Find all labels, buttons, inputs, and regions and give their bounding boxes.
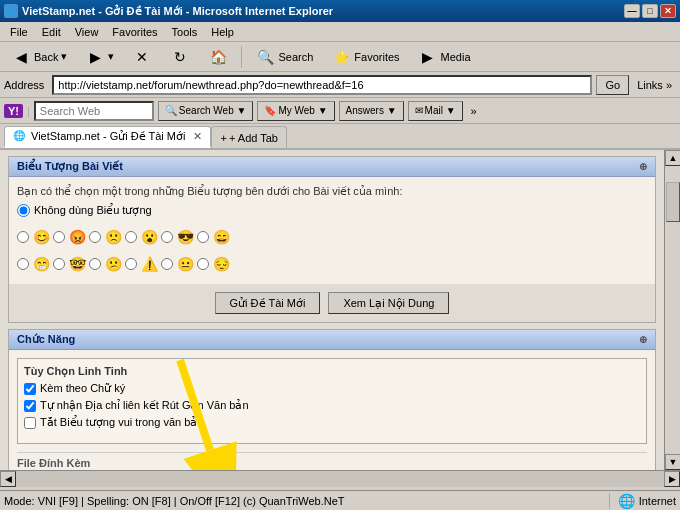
refresh-icon: ↻ xyxy=(170,47,190,67)
emoji-radio[interactable] xyxy=(17,258,29,270)
bieu-tuong-body: Bạn có thể chọn một trong những Biểu tượ… xyxy=(9,177,655,284)
menu-tools[interactable]: Tools xyxy=(166,24,204,40)
emoji-radio[interactable] xyxy=(125,258,137,270)
dia-chi-checkbox[interactable] xyxy=(24,400,36,412)
window-title: VietStamp.net - Gởi Đề Tài Mới - Microso… xyxy=(22,5,333,18)
search-button[interactable]: 🔍 Search xyxy=(248,45,320,69)
forward-button[interactable]: ▶ ▾ xyxy=(78,45,121,69)
h-scroll-left-button[interactable]: ◀ xyxy=(0,471,16,487)
menu-view[interactable]: View xyxy=(69,24,105,40)
checkbox-item-3: Tắt Biểu tượng vui trong văn bản xyxy=(24,416,640,429)
no-icon-radio-group: Không dùng Biểu tượng xyxy=(17,204,647,217)
address-input[interactable] xyxy=(52,75,592,95)
emoji-radio[interactable] xyxy=(161,231,173,243)
stop-button[interactable]: ✕ xyxy=(125,45,159,69)
vertical-scrollbar[interactable]: ▲ ▼ xyxy=(664,150,680,470)
emoji-face: 😕 xyxy=(103,254,123,274)
tuy-chon-label: Tùy Chọn Linh Tinh xyxy=(24,365,640,378)
browser-toolbar: ◀ Back ▾ ▶ ▾ ✕ ↻ 🏠 🔍 Search ⭐ Favorites … xyxy=(0,42,680,72)
tab-close-icon[interactable]: ✕ xyxy=(193,130,202,143)
scroll-thumb[interactable] xyxy=(666,182,680,222)
globe-icon: 🌐 xyxy=(618,493,635,509)
checkbox-group: Kèm theo Chữ ký Tự nhận Địa chỉ liên kết… xyxy=(24,382,640,429)
chuc-nang-header: Chức Năng ⊕ xyxy=(9,330,655,350)
maximize-button[interactable]: □ xyxy=(642,4,658,18)
yahoo-separator: | xyxy=(27,105,30,117)
back-icon: ◀ xyxy=(11,47,31,67)
forward-icon: ▶ xyxy=(85,47,105,67)
emoji-face: 😔 xyxy=(211,254,231,274)
emoji-radio[interactable] xyxy=(53,231,65,243)
emoji-radio[interactable] xyxy=(197,258,209,270)
no-icon-label: Không dùng Biểu tượng xyxy=(34,204,152,217)
home-icon: 🏠 xyxy=(208,47,228,67)
menu-help[interactable]: Help xyxy=(205,24,240,40)
no-icon-radio[interactable] xyxy=(17,204,30,217)
submit-button[interactable]: Gửi Đề Tài Mới xyxy=(215,292,321,314)
add-icon: + xyxy=(220,132,226,144)
tab-label: VietStamp.net - Gửi Đề Tài Mới xyxy=(31,130,185,143)
emoji-radio[interactable] xyxy=(17,231,29,243)
tab-favicon: 🌐 xyxy=(13,130,27,144)
action-buttons-area: Gửi Đề Tài Mới Xem Lại Nội Dung xyxy=(9,284,655,322)
chuc-nang-section: Chức Năng ⊕ Tùy Chọn Linh Tinh Kèm theo … xyxy=(8,329,656,470)
app-icon: 🌐 xyxy=(4,4,18,18)
menu-edit[interactable]: Edit xyxy=(36,24,67,40)
emoji-radio[interactable] xyxy=(125,231,137,243)
address-label: Address xyxy=(4,79,48,91)
emoji-face: 😊 xyxy=(31,227,51,247)
emoji-radio[interactable] xyxy=(89,231,101,243)
h-scroll-right-button[interactable]: ▶ xyxy=(664,471,680,487)
links-button[interactable]: Links » xyxy=(633,78,676,92)
add-tab-button[interactable]: + + Add Tab xyxy=(211,126,286,148)
refresh-button[interactable]: ↻ xyxy=(163,45,197,69)
zone-label: Internet xyxy=(639,495,676,507)
emoji-radio[interactable] xyxy=(197,231,209,243)
chuc-nang-title: Chức Năng xyxy=(17,333,75,346)
file-dinh-kem-area: File Đính Kèm Rapidshare ImagesHack Dạng… xyxy=(17,452,647,470)
emoji-face: 😡 xyxy=(67,227,87,247)
media-button[interactable]: ▶ Media xyxy=(411,45,478,69)
go-button[interactable]: Go xyxy=(596,75,629,95)
emoji-face: 😐 xyxy=(175,254,195,274)
expand-button[interactable]: » xyxy=(467,105,481,117)
active-tab[interactable]: 🌐 VietStamp.net - Gửi Đề Tài Mới ✕ xyxy=(4,126,211,148)
answers-button[interactable]: Answers ▼ xyxy=(339,101,404,121)
media-icon: ▶ xyxy=(418,47,438,67)
bieu-tuong-header: Biểu Tượng Bài Viết ⊕ xyxy=(9,157,655,177)
my-web-button[interactable]: 🔖 My Web ▼ xyxy=(257,101,334,121)
emoji-radio[interactable] xyxy=(89,258,101,270)
minimize-button[interactable]: — xyxy=(624,4,640,18)
emoji-radio[interactable] xyxy=(161,258,173,270)
scroll-up-button[interactable]: ▲ xyxy=(665,150,680,166)
menu-file[interactable]: File xyxy=(4,24,34,40)
back-button[interactable]: ◀ Back ▾ xyxy=(4,45,74,69)
tabs-bar: 🌐 VietStamp.net - Gửi Đề Tài Mới ✕ + + A… xyxy=(0,124,680,150)
horizontal-scrollbar: ◀ ▶ xyxy=(0,470,680,486)
tat-bieu-tuong-checkbox[interactable] xyxy=(24,417,36,429)
bieu-tuong-collapse[interactable]: ⊕ xyxy=(639,161,647,172)
emoji-radio[interactable] xyxy=(53,258,65,270)
scroll-down-button[interactable]: ▼ xyxy=(665,454,680,470)
emoji-grid: 😊 😡 🙁 😮 😎 😄 😁 🤓 😕 ⚠️ 😐 😔 xyxy=(17,225,647,276)
emoji-face: 😄 xyxy=(211,227,231,247)
status-bar: Mode: VNI [F9] | Spelling: ON [F8] | On/… xyxy=(0,490,680,510)
kem-chu-ky-checkbox[interactable] xyxy=(24,383,36,395)
close-button[interactable]: ✕ xyxy=(660,4,676,18)
menu-bar: File Edit View Favorites Tools Help xyxy=(0,22,680,42)
mail-button[interactable]: ✉ Mail ▼ xyxy=(408,101,463,121)
preview-button[interactable]: Xem Lại Nội Dung xyxy=(328,292,449,314)
menu-favorites[interactable]: Favorites xyxy=(106,24,163,40)
chuc-nang-collapse[interactable]: ⊕ xyxy=(639,334,647,345)
yahoo-search-button[interactable]: 🔍 Search Web ▼ xyxy=(158,101,254,121)
search-icon: 🔍 xyxy=(165,105,177,116)
emoji-row-1: 😊 😡 🙁 😮 😎 😄 xyxy=(17,227,647,247)
title-bar: 🌐 VietStamp.net - Gởi Đề Tài Mới - Micro… xyxy=(0,0,680,22)
mail-icon: ✉ xyxy=(415,105,423,116)
bieu-tuong-section: Biểu Tượng Bài Viết ⊕ Bạn có thể chọn mộ… xyxy=(8,156,656,323)
favorites-button[interactable]: ⭐ Favorites xyxy=(324,45,406,69)
yahoo-search-input[interactable] xyxy=(34,101,154,121)
h-scroll-track[interactable] xyxy=(16,471,664,487)
bieu-tuong-desc: Bạn có thể chọn một trong những Biểu tượ… xyxy=(17,185,647,198)
home-button[interactable]: 🏠 xyxy=(201,45,235,69)
